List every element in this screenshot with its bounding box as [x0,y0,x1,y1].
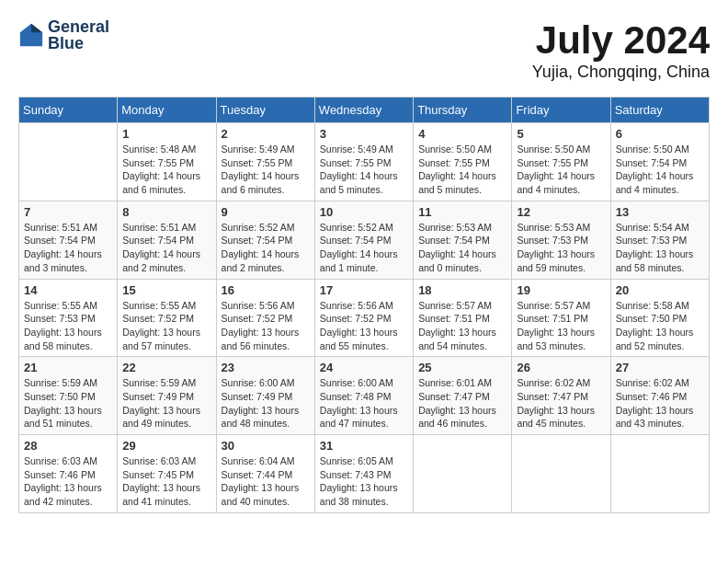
calendar-cell [610,435,709,513]
calendar-table: SundayMondayTuesdayWednesdayThursdayFrid… [18,97,710,513]
day-info: Sunrise: 5:59 AMSunset: 7:50 PMDaylight:… [24,376,112,431]
day-info: Sunrise: 5:52 AMSunset: 7:54 PMDaylight:… [320,221,408,275]
week-row-3: 14Sunrise: 5:55 AMSunset: 7:53 PMDayligh… [19,279,710,357]
day-number: 1 [122,127,210,141]
day-number: 13 [616,205,704,219]
day-number: 20 [616,283,704,297]
day-info: Sunrise: 6:02 AMSunset: 7:47 PMDaylight:… [517,376,605,431]
day-info: Sunrise: 5:57 AMSunset: 7:51 PMDaylight:… [517,299,605,353]
day-number: 27 [616,361,704,374]
day-info: Sunrise: 5:56 AMSunset: 7:52 PMDaylight:… [320,299,408,353]
calendar-cell: 19Sunrise: 5:57 AMSunset: 7:51 PMDayligh… [512,279,610,357]
day-number: 28 [24,439,112,453]
calendar-cell: 10Sunrise: 5:52 AMSunset: 7:54 PMDayligh… [314,201,413,279]
day-number: 23 [222,361,310,374]
day-info: Sunrise: 5:50 AMSunset: 7:55 PMDaylight:… [418,143,506,197]
column-header-monday: Monday [118,98,216,123]
calendar-cell: 27Sunrise: 6:02 AMSunset: 7:46 PMDayligh… [610,357,709,435]
day-number: 2 [222,127,310,141]
title-block: July 2024 Yujia, Chongqing, China [532,18,710,82]
calendar-cell: 16Sunrise: 5:56 AMSunset: 7:52 PMDayligh… [216,279,314,357]
calendar-cell: 15Sunrise: 5:55 AMSunset: 7:52 PMDayligh… [118,279,216,357]
day-number: 10 [320,205,408,219]
column-header-tuesday: Tuesday [216,98,314,123]
day-number: 12 [517,205,605,219]
day-info: Sunrise: 5:53 AMSunset: 7:54 PMDaylight:… [418,221,506,275]
week-row-5: 28Sunrise: 6:03 AMSunset: 7:46 PMDayligh… [19,435,710,513]
day-number: 15 [122,283,210,297]
day-info: Sunrise: 5:55 AMSunset: 7:53 PMDaylight:… [24,299,112,353]
day-info: Sunrise: 5:51 AMSunset: 7:54 PMDaylight:… [122,221,210,275]
day-number: 31 [320,439,408,453]
calendar-cell: 29Sunrise: 6:03 AMSunset: 7:45 PMDayligh… [118,435,216,513]
calendar-cell: 6Sunrise: 5:50 AMSunset: 7:54 PMDaylight… [610,123,709,201]
week-row-2: 7Sunrise: 5:51 AMSunset: 7:54 PMDaylight… [19,201,710,279]
calendar-cell: 11Sunrise: 5:53 AMSunset: 7:54 PMDayligh… [414,201,512,279]
day-info: Sunrise: 5:49 AMSunset: 7:55 PMDaylight:… [320,143,408,197]
day-number: 7 [24,205,112,219]
day-number: 5 [517,127,605,141]
calendar-cell: 12Sunrise: 5:53 AMSunset: 7:53 PMDayligh… [512,201,610,279]
column-header-saturday: Saturday [610,98,709,123]
calendar-cell: 23Sunrise: 6:00 AMSunset: 7:49 PMDayligh… [216,357,314,435]
day-info: Sunrise: 6:00 AMSunset: 7:49 PMDaylight:… [222,376,310,431]
calendar-cell: 18Sunrise: 5:57 AMSunset: 7:51 PMDayligh… [414,279,512,357]
week-row-1: 1Sunrise: 5:48 AMSunset: 7:55 PMDaylight… [19,123,710,201]
day-number: 26 [517,361,605,374]
day-info: Sunrise: 5:56 AMSunset: 7:52 PMDaylight:… [222,299,310,353]
column-header-friday: Friday [512,98,610,123]
day-number: 17 [320,283,408,297]
calendar-subtitle: Yujia, Chongqing, China [532,63,710,82]
day-info: Sunrise: 5:49 AMSunset: 7:55 PMDaylight:… [222,143,310,197]
day-number: 9 [222,205,310,219]
calendar-title: July 2024 [532,18,710,63]
day-number: 19 [517,283,605,297]
day-info: Sunrise: 6:01 AMSunset: 7:47 PMDaylight:… [418,376,506,431]
calendar-cell: 30Sunrise: 6:04 AMSunset: 7:44 PMDayligh… [216,435,314,513]
calendar-cell: 22Sunrise: 5:59 AMSunset: 7:49 PMDayligh… [118,357,216,435]
svg-marker-1 [31,24,42,32]
day-info: Sunrise: 5:59 AMSunset: 7:49 PMDaylight:… [122,376,210,431]
day-info: Sunrise: 5:55 AMSunset: 7:52 PMDaylight:… [122,299,210,353]
calendar-cell: 1Sunrise: 5:48 AMSunset: 7:55 PMDaylight… [118,123,216,201]
calendar-cell: 21Sunrise: 5:59 AMSunset: 7:50 PMDayligh… [19,357,118,435]
calendar-cell: 5Sunrise: 5:50 AMSunset: 7:55 PMDaylight… [512,123,610,201]
calendar-cell: 9Sunrise: 5:52 AMSunset: 7:54 PMDaylight… [216,201,314,279]
day-info: Sunrise: 5:48 AMSunset: 7:55 PMDaylight:… [122,143,210,197]
day-number: 18 [418,283,506,297]
day-info: Sunrise: 6:04 AMSunset: 7:44 PMDaylight:… [222,454,310,509]
day-number: 11 [418,205,506,219]
calendar-cell: 17Sunrise: 5:56 AMSunset: 7:52 PMDayligh… [314,279,413,357]
day-info: Sunrise: 5:50 AMSunset: 7:55 PMDaylight:… [517,143,605,197]
day-number: 8 [122,205,210,219]
week-row-4: 21Sunrise: 5:59 AMSunset: 7:50 PMDayligh… [19,357,710,435]
day-number: 22 [122,361,210,374]
day-info: Sunrise: 5:52 AMSunset: 7:54 PMDaylight:… [222,221,310,275]
day-number: 14 [24,283,112,297]
calendar-cell: 13Sunrise: 5:54 AMSunset: 7:53 PMDayligh… [610,201,709,279]
calendar-cell: 7Sunrise: 5:51 AMSunset: 7:54 PMDaylight… [19,201,118,279]
day-info: Sunrise: 6:02 AMSunset: 7:46 PMDaylight:… [616,376,704,431]
column-header-sunday: Sunday [19,98,118,123]
day-info: Sunrise: 6:00 AMSunset: 7:48 PMDaylight:… [320,376,408,431]
day-number: 24 [320,361,408,374]
day-info: Sunrise: 6:05 AMSunset: 7:43 PMDaylight:… [320,454,408,509]
day-info: Sunrise: 5:54 AMSunset: 7:53 PMDaylight:… [616,221,704,275]
day-info: Sunrise: 5:50 AMSunset: 7:54 PMDaylight:… [616,143,704,197]
calendar-cell: 4Sunrise: 5:50 AMSunset: 7:55 PMDaylight… [414,123,512,201]
day-info: Sunrise: 5:53 AMSunset: 7:53 PMDaylight:… [517,221,605,275]
day-number: 4 [418,127,506,141]
column-header-thursday: Thursday [414,98,512,123]
calendar-cell: 31Sunrise: 6:05 AMSunset: 7:43 PMDayligh… [314,435,413,513]
logo: General Blue [18,18,109,52]
day-info: Sunrise: 5:58 AMSunset: 7:50 PMDaylight:… [616,299,704,353]
day-number: 30 [222,439,310,453]
calendar-cell: 28Sunrise: 6:03 AMSunset: 7:46 PMDayligh… [19,435,118,513]
day-info: Sunrise: 6:03 AMSunset: 7:46 PMDaylight:… [24,454,112,509]
calendar-cell [414,435,512,513]
logo-text: General Blue [48,18,109,52]
day-number: 29 [122,439,210,453]
day-number: 16 [222,283,310,297]
calendar-cell [512,435,610,513]
page-header: General Blue July 2024 Yujia, Chongqing,… [18,18,710,82]
